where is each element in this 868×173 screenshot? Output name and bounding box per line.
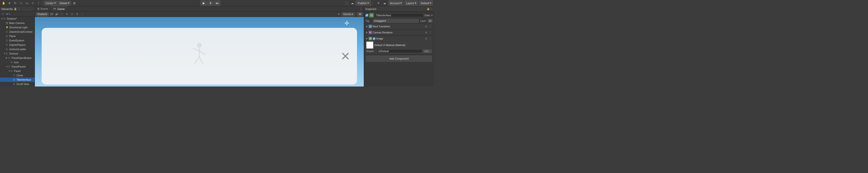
- hand-tool-btn[interactable]: ✋: [1, 0, 6, 6]
- hierarchy-item-close[interactable]: ⬡ Close: [0, 73, 35, 78]
- material-swatch[interactable]: [366, 41, 373, 49]
- hierarchy-lock-icon[interactable]: 🔒: [14, 7, 17, 10]
- account-dropdown[interactable]: Account ▾: [388, 0, 403, 6]
- hierarchy-item-zeptoplayers[interactable]: ⬡ ZepetoPlayers: [0, 42, 35, 47]
- transform-gizmo-btn[interactable]: ✛: [337, 12, 341, 17]
- main-layout: Hierarchy 🔒 ⋮ + All ▾ ▼ ⬡ Gesture* 📷 Mai…: [0, 6, 434, 86]
- global-dropdown[interactable]: Global ▾: [58, 1, 71, 6]
- svg-line-4: [194, 57, 199, 64]
- cloud2-icon-btn[interactable]: ☁: [382, 0, 387, 6]
- inspector-more-icon[interactable]: ⋮: [430, 7, 433, 11]
- hierarchy-item-scrollview[interactable]: ⬡ Scroll View: [0, 82, 35, 86]
- image-more-btn[interactable]: ⋮: [428, 37, 432, 40]
- move-cursor-icon: ✛: [344, 20, 349, 27]
- svg-line-3: [199, 51, 206, 55]
- hierarchy-item-plane[interactable]: ⬡ Plane: [0, 34, 35, 38]
- component-rect-transform: ▶ ⊞ Rect Transform ⚙ ⋮: [365, 24, 433, 29]
- more-btn[interactable]: ⋮: [80, 12, 84, 17]
- hierarchy-item-pob[interactable]: ▶ ⬡ PanelOpenButton: [0, 56, 35, 60]
- move-tool-btn[interactable]: ✛: [7, 0, 12, 6]
- close-x-icon[interactable]: ✕: [341, 50, 350, 63]
- tag-dropdown[interactable]: Untagged ▾: [373, 19, 419, 23]
- scale-tool-btn[interactable]: ⤡: [19, 0, 24, 6]
- object-name-field[interactable]: [375, 13, 423, 17]
- canvas-renderer-more-btn[interactable]: ⋮: [428, 31, 432, 34]
- tab-game[interactable]: 🎮 Game: [51, 6, 67, 11]
- 2d-btn[interactable]: 2D: [50, 12, 54, 17]
- center-dropdown[interactable]: Center ▾: [44, 1, 57, 6]
- tab-scene[interactable]: ⊞ Scene: [35, 6, 51, 11]
- add-component-button[interactable]: Add Component: [366, 56, 432, 62]
- canvas-renderer-settings-btn[interactable]: ⚙: [424, 31, 428, 34]
- hierarchy-label-pp: PanelParent: [11, 65, 26, 68]
- hierarchy-more-icon[interactable]: ⋮: [18, 7, 21, 11]
- anim-btn[interactable]: ⬡: [70, 12, 74, 17]
- hierarchy-item-panel[interactable]: ▼ ⬡ Panel: [0, 69, 35, 73]
- svg-line-2: [193, 49, 199, 51]
- inspector-lock-icon[interactable]: 🔒: [427, 7, 430, 10]
- hierarchy-item-gesture-obj[interactable]: ▼ ⬡ Gesture: [0, 51, 35, 56]
- hierarchy-item-panelparent[interactable]: ▼ ⬡ PanelParent: [0, 64, 35, 69]
- right-toolbar: ☀ ☁ Account ▾ Layers ▾ Default ▾: [376, 0, 433, 6]
- sun-icon-btn[interactable]: ☀: [376, 0, 381, 6]
- static-label: Static: [424, 14, 430, 17]
- inspector-panel: Inspector 🔒 ⋮ UI Static ▾ Tag Untagged ▾…: [364, 6, 434, 86]
- effects-btn[interactable]: ✦: [65, 12, 69, 17]
- shaded-dropdown[interactable]: Shaded ▾: [36, 12, 49, 17]
- hierarchy-item-titleinterface[interactable]: ⬡ TitleInterface: [0, 78, 35, 82]
- gizmos-btn[interactable]: Gizmos ▾: [342, 12, 354, 17]
- publish-arrow: ▾: [367, 1, 369, 5]
- image-enabled-checkbox[interactable]: [373, 37, 375, 40]
- num0-btn[interactable]: 0: [75, 12, 79, 17]
- shaded-arrow: ▾: [46, 13, 47, 16]
- shader-edit-btn[interactable]: Edit...: [423, 50, 432, 53]
- game-tab-label: Game: [57, 7, 65, 10]
- layer-value: UI: [429, 20, 431, 22]
- static-dropdown[interactable]: ▾: [431, 14, 433, 17]
- cloud-icon-btn[interactable]: ⬛: [344, 0, 349, 6]
- rect-transform-arrow: ▶: [366, 25, 368, 28]
- grid-btn[interactable]: ⊞: [72, 0, 77, 6]
- account-label: Account: [390, 2, 400, 5]
- gizmos-all-label: All: [359, 13, 361, 16]
- rotate-tool-btn[interactable]: ↻: [12, 0, 18, 6]
- rect-transform-more-btn[interactable]: ⋮: [428, 25, 432, 28]
- inspector-title: Inspector: [366, 7, 427, 10]
- hierarchy-item-eventsystem[interactable]: ⬡ EventSystem: [0, 38, 35, 42]
- center-area: ⊞ Scene 🎮 Game ⋮ Shaded ▾ 2D 🔊 ⬛ ✦ ⬡ 0: [35, 6, 364, 86]
- transform-tool-btn[interactable]: ⊹: [30, 0, 35, 6]
- hierarchy-item-gesture-scene[interactable]: ▼ ⬡ Gesture*: [0, 17, 35, 21]
- game-tab-icon: 🎮: [53, 7, 56, 10]
- custom-tool-btn[interactable]: ⁞: [36, 0, 41, 6]
- hierarchy-item-main-camera[interactable]: 📷 Main Camera: [0, 21, 35, 25]
- tag-value: Untagged: [374, 20, 384, 22]
- sky-btn[interactable]: ⬛: [60, 12, 64, 17]
- all-gizmos-dropdown[interactable]: All: [357, 12, 363, 17]
- hierarchy-label-pob: PanelOpenButton: [11, 56, 32, 59]
- hierarchy-item-icon[interactable]: ⬡ icon: [0, 60, 35, 64]
- layer-dropdown[interactable]: UI: [428, 19, 433, 23]
- hierarchy-item-gestureloader[interactable]: ⬡ GestureLoader: [0, 47, 35, 51]
- play-btn[interactable]: ▶: [200, 0, 207, 6]
- inspector-shader-row: Shader UI/Default Edit...: [365, 49, 433, 54]
- layers-dropdown[interactable]: Layers ▾: [404, 0, 418, 6]
- rect-tool-btn[interactable]: ▭: [24, 0, 30, 6]
- component-rect-transform-header[interactable]: ▶ ⊞ Rect Transform ⚙ ⋮: [365, 24, 433, 29]
- scene-tabs-more[interactable]: ⋮: [360, 7, 362, 11]
- step-btn[interactable]: ⏭: [214, 0, 220, 6]
- default-dropdown[interactable]: Default ▾: [419, 0, 433, 6]
- publish-button[interactable]: Publish ▾: [355, 0, 371, 6]
- rect-transform-settings-btn[interactable]: ⚙: [424, 25, 428, 28]
- screen-btn[interactable]: ☁: [350, 0, 355, 6]
- hierarchy-item-zsc[interactable]: ⬡ ZepetoScriptContext: [0, 30, 35, 34]
- pause-btn[interactable]: ⏸: [207, 0, 214, 6]
- audio-btn[interactable]: 🔊: [55, 12, 59, 17]
- hierarchy-add-btn[interactable]: +: [1, 12, 5, 16]
- object-enabled-checkbox[interactable]: [366, 14, 368, 17]
- component-image-header[interactable]: ▶ 🖼 Image ⚙ ⋮: [365, 36, 433, 41]
- tag-arrow: ▾: [385, 20, 386, 22]
- image-settings-btn[interactable]: ⚙: [424, 37, 428, 40]
- layers-arrow: ▾: [415, 1, 416, 5]
- hierarchy-item-dir-light[interactable]: 💡 Directional Light: [0, 25, 35, 30]
- component-canvas-renderer-header[interactable]: ▶ 👁 Canvas Renderer ⚙ ⋮: [365, 30, 433, 35]
